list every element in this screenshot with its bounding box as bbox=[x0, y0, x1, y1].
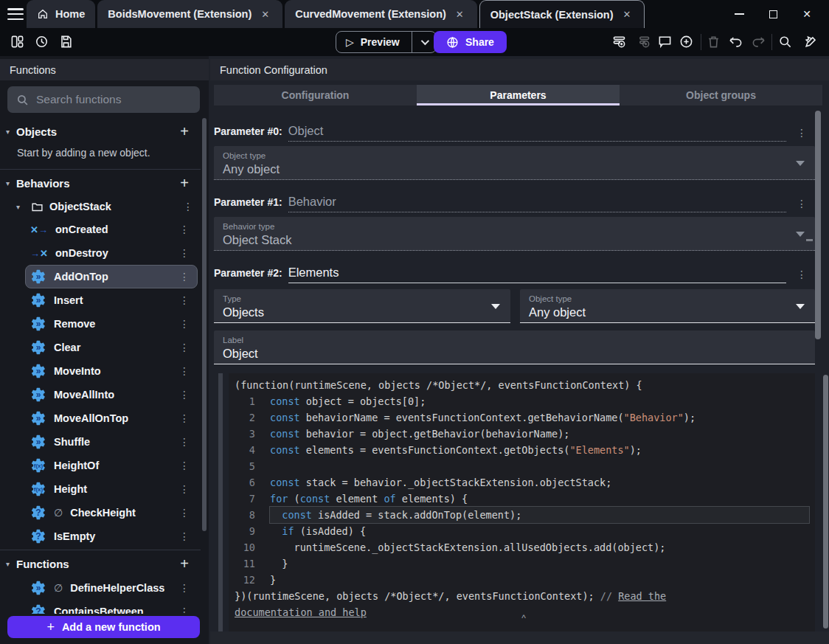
save-icon[interactable] bbox=[59, 35, 73, 52]
action-icon: » bbox=[30, 269, 46, 285]
kebab-menu-icon[interactable]: ⋮ bbox=[786, 127, 811, 142]
javascript-code-editor[interactable]: (function(runtimeScene, objects /*Object… bbox=[229, 373, 815, 631]
sidebar-item-height[interactable]: f(x)Height⋮ bbox=[25, 477, 198, 501]
kebab-menu-icon[interactable]: ⋮ bbox=[172, 460, 197, 471]
parameters-scrollbar[interactable] bbox=[815, 111, 821, 339]
close-window-button[interactable]: ✕ bbox=[795, 4, 819, 24]
kebab-menu-icon[interactable]: ⋮ bbox=[172, 247, 197, 259]
behavior-group-objectstack[interactable]: ▾ ObjectStack ⋮ bbox=[0, 195, 201, 218]
caret-down-icon[interactable]: ▾ bbox=[6, 128, 16, 136]
redo-icon bbox=[752, 35, 766, 52]
kebab-menu-icon[interactable]: ⋮ bbox=[172, 224, 197, 235]
sidebar-item-remove[interactable]: »Remove⋮ bbox=[25, 312, 198, 336]
tab-parameters[interactable]: Parameters bbox=[417, 85, 620, 105]
kebab-menu-icon[interactable]: ⋮ bbox=[172, 318, 197, 330]
sidebar-item-isempty[interactable]: ?IsEmpty⋮ bbox=[25, 524, 198, 548]
sidebar-item-shuffle[interactable]: »Shuffle⋮ bbox=[25, 430, 198, 454]
close-tab-icon[interactable]: ✕ bbox=[258, 7, 272, 21]
add-new-function-button[interactable]: + Add a new function bbox=[7, 616, 200, 638]
kebab-menu-icon[interactable]: ⋮ bbox=[172, 483, 197, 495]
tab-curvedmovement[interactable]: CurvedMovement (Extension) ✕ bbox=[285, 0, 477, 28]
section-functions[interactable]: ▾ Functions + bbox=[0, 552, 201, 576]
kebab-menu-icon[interactable]: ⋮ bbox=[172, 530, 197, 542]
section-objects[interactable]: ▾ Objects + bbox=[0, 120, 201, 144]
tab-configuration[interactable]: Configuration bbox=[214, 85, 417, 105]
minimize-button[interactable] bbox=[727, 4, 751, 24]
caret-down-icon[interactable]: ▾ bbox=[6, 560, 16, 568]
kebab-menu-icon[interactable]: ⋮ bbox=[172, 342, 197, 353]
add-circle-icon[interactable] bbox=[679, 35, 693, 52]
close-tab-icon[interactable]: ✕ bbox=[453, 7, 467, 21]
sidebar-item-clear[interactable]: »Clear⋮ bbox=[25, 336, 198, 359]
search-icon[interactable] bbox=[778, 35, 792, 52]
sidebar-item-checkheight[interactable]: ?∅CheckHeight⋮ bbox=[25, 501, 198, 524]
preview-options-button[interactable] bbox=[412, 32, 436, 52]
kebab-menu-icon[interactable]: ⋮ bbox=[172, 436, 197, 448]
kebab-menu-icon[interactable]: ⋮ bbox=[786, 269, 811, 283]
documentation-link[interactable]: documentation and help bbox=[235, 606, 367, 618]
kebab-menu-icon[interactable]: ⋮ bbox=[786, 198, 811, 212]
main-menu-icon[interactable] bbox=[7, 8, 24, 20]
kebab-menu-icon[interactable]: ⋮ bbox=[172, 365, 197, 377]
tab-home[interactable]: Home bbox=[27, 0, 95, 28]
add-behavior-button[interactable]: + bbox=[176, 175, 193, 192]
condition-icon: ? bbox=[30, 603, 46, 614]
kebab-menu-icon[interactable]: ⋮ bbox=[172, 606, 197, 614]
search-icon bbox=[16, 94, 29, 106]
destroy-icon: →✕ bbox=[30, 248, 48, 259]
sidebar-item-definehelperclasses[interactable]: »∅DefineHelperClasses⋮ bbox=[25, 576, 198, 600]
kebab-menu-icon[interactable]: ⋮ bbox=[172, 389, 197, 401]
preview-button[interactable]: ▷ Preview bbox=[336, 32, 412, 52]
sidebar-item-containsbetween[interactable]: ?ContainsBetween⋮ bbox=[25, 600, 198, 614]
caret-down-icon[interactable]: ▾ bbox=[16, 203, 25, 211]
share-button[interactable]: Share bbox=[434, 31, 507, 53]
kebab-menu-icon[interactable]: ⋮ bbox=[172, 507, 197, 519]
sidebar-item-heightof[interactable]: f(x)HeightOf⋮ bbox=[25, 454, 198, 477]
editor-scrollbar[interactable] bbox=[823, 375, 828, 629]
section-behaviors[interactable]: ▾ Behaviors + bbox=[0, 171, 201, 195]
kebab-menu-icon[interactable]: ⋮ bbox=[172, 582, 197, 594]
clipped-text: ▄▄▄ bbox=[221, 640, 302, 644]
parameter-2-type-select[interactable]: Type Objects bbox=[214, 289, 510, 323]
code-line-4: 4const elements = eventsFunctionContext.… bbox=[229, 442, 815, 458]
sidebar-item-ondestroy[interactable]: →✕onDestroy⋮ bbox=[25, 241, 198, 265]
tab-objectstack[interactable]: ObjectStack (Extension) ✕ bbox=[479, 0, 645, 28]
close-tab-icon[interactable]: ✕ bbox=[620, 7, 634, 21]
search-functions-input[interactable]: Search functions bbox=[7, 86, 200, 113]
edit-extension-icon[interactable] bbox=[804, 35, 818, 52]
maximize-button[interactable] bbox=[761, 4, 785, 24]
parameter-0-name-field: Object bbox=[288, 124, 786, 142]
add-object-button[interactable]: + bbox=[176, 123, 193, 140]
sidebar-scrollbar[interactable] bbox=[202, 118, 207, 531]
parameter-1-row: Parameter #1: Behavior ⋮ bbox=[214, 187, 811, 212]
kebab-menu-icon[interactable]: ⋮ bbox=[176, 201, 201, 212]
add-function-plus-button[interactable]: + bbox=[176, 555, 193, 572]
kebab-menu-icon[interactable]: ⋮ bbox=[172, 271, 197, 283]
dropdown-arrow-icon bbox=[796, 161, 805, 166]
kebab-menu-icon[interactable]: ⋮ bbox=[172, 294, 197, 306]
history-icon[interactable] bbox=[35, 35, 49, 52]
parameter-2-object-type-select[interactable]: Object type Any object bbox=[520, 289, 815, 323]
sidebar-item-insert[interactable]: »Insert⋮ bbox=[25, 288, 198, 312]
add-comment-icon[interactable] bbox=[658, 35, 672, 52]
sidebar-item-moveallontop[interactable]: »MoveAllOnTop⋮ bbox=[25, 406, 198, 430]
parameter-2-label-input[interactable]: Label Object bbox=[214, 330, 815, 364]
tab-label: BoidsMovement (Extension) bbox=[108, 8, 252, 20]
parameter-2-name-field[interactable]: Elements bbox=[288, 266, 786, 283]
sidebar-item-addontop[interactable]: »AddOnTop⋮ bbox=[25, 265, 198, 288]
sidebar-item-moveallinto[interactable]: »MoveAllInto⋮ bbox=[25, 383, 198, 406]
tab-object-groups[interactable]: Object groups bbox=[620, 85, 822, 105]
add-event-icon[interactable] bbox=[612, 35, 626, 52]
collapse-caret-icon[interactable]: ^ bbox=[516, 613, 531, 623]
sidebar-item-oncreated[interactable]: ✕→onCreated⋮ bbox=[25, 218, 198, 241]
function-name: IsEmpty bbox=[54, 530, 164, 542]
sidebar-item-moveinto[interactable]: »MoveInto⋮ bbox=[25, 359, 198, 383]
caret-down-icon[interactable]: ▾ bbox=[6, 179, 16, 187]
folder-icon bbox=[31, 201, 44, 213]
kebab-menu-icon[interactable]: ⋮ bbox=[172, 412, 197, 424]
open-panels-icon[interactable] bbox=[10, 35, 24, 52]
documentation-link[interactable]: Read the bbox=[618, 590, 666, 602]
tab-label: CurvedMovement (Extension) bbox=[295, 8, 446, 20]
undo-icon[interactable] bbox=[729, 35, 743, 52]
tab-boidsmovement[interactable]: BoidsMovement (Extension) ✕ bbox=[97, 0, 282, 28]
